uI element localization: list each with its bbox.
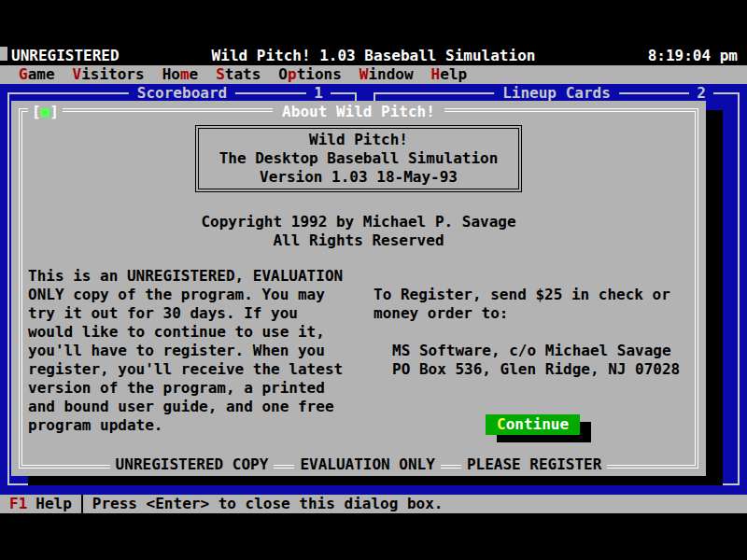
copyright-block: Copyright 1992 by Michael P. Savage All … (11, 213, 706, 250)
status-message: Press <Enter> to close this dialog box. (92, 495, 444, 513)
app-title: Wild Pitch! 1.03 Baseball Simulation (0, 47, 747, 65)
status-bar: F1 Help Press <Enter> to close this dial… (0, 495, 747, 513)
scoreboard-left-border (7, 93, 9, 485)
menu-options-label: tions (297, 65, 342, 83)
menu-game-label: ame (28, 65, 55, 83)
register-address: MS Software, c/o Michael Savage PO Box 5… (392, 342, 680, 379)
badge-please-register: PLEASE REGISTER (461, 455, 608, 474)
lineup-right-border (738, 93, 740, 485)
window-lineup-number: 2 (689, 84, 713, 103)
register-instructions: To Register, send $25 in check or money … (374, 286, 670, 323)
menu-visitors-hotkey: V (73, 65, 82, 83)
program-name: Wild Pitch! (199, 131, 518, 149)
close-bracket-right: ] (49, 103, 59, 120)
badge-evaluation-only: EVALUATION ONLY (294, 455, 441, 474)
menu-stats-hotkey: S (216, 65, 225, 83)
menu-visitors[interactable]: Visitors (73, 65, 145, 84)
window-lineup-title: Lineup Cards (494, 84, 619, 103)
rights-line: All Rights Reserved (11, 231, 706, 250)
menu-home-label: e (190, 65, 199, 83)
help-label[interactable]: Help (27, 495, 72, 513)
badge-unregistered-copy: UNREGISTERED COPY (110, 455, 275, 474)
menu-help-label: elp (440, 65, 467, 83)
menu-window-label: indow (368, 65, 413, 83)
menu-stats[interactable]: Stats (216, 65, 261, 84)
window-scoreboard-header[interactable]: Scoreboard 1 (0, 84, 364, 103)
status-separator (81, 495, 83, 513)
menu-visitors-label: isitors (81, 65, 144, 83)
menu-home[interactable]: Home (162, 65, 199, 84)
scoreboard-bottom-border (7, 483, 364, 485)
dialog-title: About Wild Pitch! (273, 103, 444, 121)
continue-button[interactable]: Continue (486, 414, 580, 435)
continue-hotkey: C (497, 415, 506, 433)
dos-screen: UNREGISTERED Wild Pitch! 1.03 Baseball S… (0, 47, 747, 513)
about-dialog: [■] About Wild Pitch! Wild Pitch! The De… (11, 101, 706, 476)
menu-stats-label: tats (225, 65, 261, 83)
program-subtitle: The Desktop Baseball Simulation (199, 149, 518, 168)
menu-home-hotkey: m (180, 65, 190, 83)
desktop: Scoreboard 1 Lineup Cards 2 [■] About Wi… (0, 84, 747, 495)
menu-window-hotkey: W (359, 65, 369, 83)
lineup-bottom-border (372, 483, 740, 485)
title-bar: UNREGISTERED Wild Pitch! 1.03 Baseball S… (0, 47, 747, 65)
window-scoreboard-title: Scoreboard (129, 84, 235, 103)
close-icon: ■ (41, 103, 50, 120)
program-info-box: Wild Pitch! The Desktop Baseball Simulat… (195, 125, 522, 192)
menu-bar: Game Visitors Home Stats Options Window … (0, 65, 747, 84)
menu-help-hotkey: H (431, 65, 441, 83)
clock: 8:19:04 pm (648, 47, 738, 65)
copyright-line: Copyright 1992 by Michael P. Savage (11, 213, 706, 231)
menu-options-pre: O (278, 65, 288, 83)
menu-help[interactable]: Help (431, 65, 468, 84)
close-button[interactable]: [■] (28, 103, 63, 121)
window-lineup-header[interactable]: Lineup Cards 2 (366, 84, 747, 103)
evaluation-text: This is an UNREGISTERED, EVALUATION ONLY… (28, 267, 343, 435)
menu-window[interactable]: Window (359, 65, 414, 84)
close-bracket-left: [ (32, 103, 41, 120)
program-version: Version 1.03 18-May-93 (199, 168, 518, 187)
dialog-footer-badges: UNREGISTERED COPY EVALUATION ONLY PLEASE… (11, 455, 706, 474)
window-scoreboard-number: 1 (306, 84, 331, 103)
f1-key-label[interactable]: F1 (0, 495, 27, 513)
menu-game[interactable]: Game (19, 65, 55, 84)
continue-label: ontinue (506, 415, 569, 433)
menu-options[interactable]: Options (278, 65, 341, 84)
menu-home-pre: Ho (162, 65, 180, 83)
menu-options-hotkey: p (288, 65, 297, 83)
menu-game-hotkey: G (19, 65, 28, 83)
